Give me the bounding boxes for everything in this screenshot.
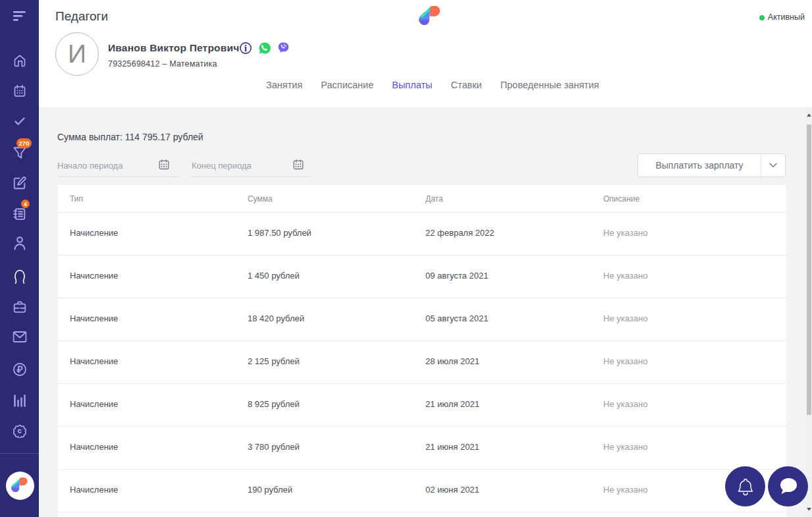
svg-text:i: i — [244, 43, 247, 53]
